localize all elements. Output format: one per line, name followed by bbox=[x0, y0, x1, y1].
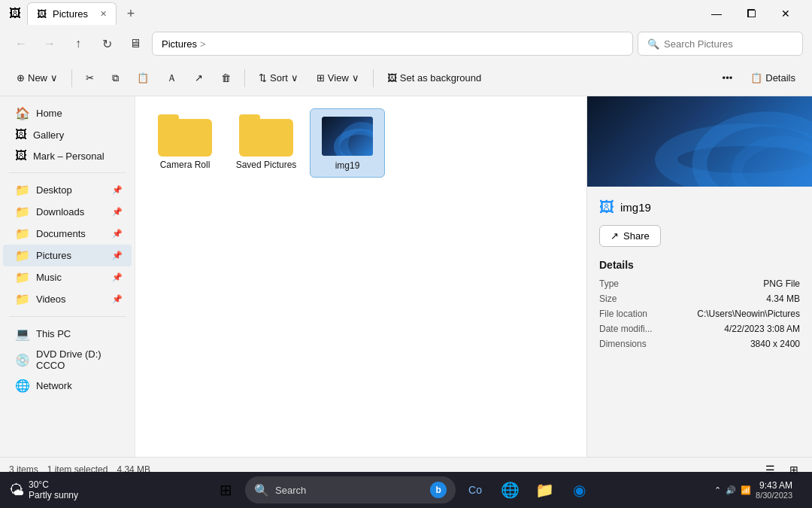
path-label: Pictures bbox=[162, 38, 197, 50]
tab-close-icon[interactable]: ✕ bbox=[100, 9, 107, 19]
dvd-label: DVD Drive (D:) CCCO bbox=[36, 348, 123, 371]
details-row: TypePNG File bbox=[599, 278, 800, 289]
taskbar-search-text: Search bbox=[275, 485, 424, 496]
sidebar-divider-2 bbox=[9, 316, 126, 317]
sidebar-pinned: 📁 Desktop 📌 📁 Downloads 📌 📁 Documents 📌 … bbox=[0, 179, 135, 310]
more-button[interactable]: ••• bbox=[715, 68, 741, 88]
location-icon: 🖥 bbox=[123, 32, 147, 56]
share-button[interactable]: ↗ bbox=[187, 68, 211, 88]
maximize-button[interactable]: ⧠ bbox=[734, 0, 768, 27]
weather-icon: 🌤 bbox=[9, 482, 24, 499]
sidebar-item-desktop[interactable]: 📁 Desktop 📌 bbox=[3, 179, 132, 201]
downloads-label: Downloads bbox=[36, 206, 106, 217]
details-row-label: Dimensions bbox=[599, 339, 647, 349]
details-label: Details bbox=[765, 72, 795, 84]
details-panel: 🖼 img19 ↗ Share Details TypePNG FileSize… bbox=[586, 96, 812, 457]
show-desktop-button[interactable] bbox=[797, 472, 803, 508]
sidebar-item-music[interactable]: 📁 Music 📌 bbox=[3, 266, 132, 288]
mark-personal-label: Mark – Personal bbox=[33, 151, 123, 162]
sidebar-item-home[interactable]: 🏠 Home bbox=[3, 102, 132, 124]
sidebar-item-gallery[interactable]: 🖼 Gallery bbox=[3, 124, 132, 145]
address-bar: ← → ↑ ↻ 🖥 Pictures > 🔍 bbox=[0, 27, 812, 60]
rename-button[interactable]: Ａ bbox=[159, 67, 184, 90]
taskbar-search[interactable]: 🔍 Search b bbox=[245, 476, 456, 503]
up-button[interactable]: ↑ bbox=[66, 32, 90, 56]
start-icon: ⊞ bbox=[220, 481, 232, 499]
copy-icon: ⧉ bbox=[112, 72, 119, 84]
weather-temp: 30°C bbox=[29, 479, 78, 490]
home-icon: 🏠 bbox=[15, 106, 30, 120]
clock-date: 8/30/2023 bbox=[756, 491, 792, 500]
new-icon: ⊕ bbox=[17, 72, 25, 84]
paste-button[interactable]: 📋 bbox=[129, 68, 156, 88]
details-row: Size4.34 MB bbox=[599, 294, 800, 304]
folder-icon-saved-pictures bbox=[239, 114, 293, 157]
copilot-button[interactable]: Co bbox=[460, 475, 490, 505]
taskbar-clock[interactable]: 9:43 AM 8/30/2023 bbox=[756, 480, 792, 500]
weather-desc: Partly sunny bbox=[29, 490, 78, 500]
set-bg-icon: 🖼 bbox=[387, 72, 397, 84]
new-label: New bbox=[28, 72, 47, 84]
details-row: Date modifi...4/22/2023 3:08 AM bbox=[599, 324, 800, 334]
new-button[interactable]: ⊕ New ∨ bbox=[9, 68, 65, 88]
address-path[interactable]: Pictures > bbox=[152, 32, 633, 56]
toolbar-separator-1 bbox=[71, 69, 72, 87]
sidebar-item-documents[interactable]: 📁 Documents 📌 bbox=[3, 223, 132, 245]
close-button[interactable]: ✕ bbox=[768, 0, 803, 27]
refresh-button[interactable]: ↻ bbox=[95, 32, 119, 56]
edge-button-2[interactable]: ◉ bbox=[564, 475, 594, 505]
sidebar-item-network[interactable]: 🌐 Network bbox=[3, 375, 132, 397]
paste-icon: 📋 bbox=[137, 72, 149, 84]
file-item-camera-roll[interactable]: Camera Roll bbox=[147, 108, 223, 178]
explorer-button[interactable]: 📁 bbox=[529, 475, 559, 505]
taskbar: 🌤 30°C Partly sunny ⊞ 🔍 Search b Co 🌐 📁 … bbox=[0, 472, 812, 508]
details-icon: 📋 bbox=[750, 72, 762, 84]
documents-icon: 📁 bbox=[15, 227, 30, 241]
new-chevron-icon: ∨ bbox=[50, 72, 58, 84]
desktop-label: Desktop bbox=[36, 184, 106, 196]
sidebar-item-downloads[interactable]: 📁 Downloads 📌 bbox=[3, 201, 132, 223]
system-tray-icon-1[interactable]: ⌃ bbox=[714, 485, 721, 495]
active-tab[interactable]: 🖼 Pictures ✕ bbox=[27, 2, 117, 25]
sidebar-item-mark-personal[interactable]: 🖼 Mark – Personal bbox=[3, 145, 132, 166]
file-item-saved-pictures[interactable]: Saved Pictures bbox=[229, 108, 304, 178]
minimize-button[interactable]: — bbox=[699, 0, 734, 27]
details-preview bbox=[587, 96, 812, 187]
details-button[interactable]: 📋 Details bbox=[743, 68, 803, 88]
view-label: View bbox=[328, 72, 349, 84]
sidebar-item-this-pc[interactable]: 💻 This PC bbox=[3, 323, 132, 345]
camera-roll-label: Camera Roll bbox=[160, 160, 211, 170]
taskbar-search-icon: 🔍 bbox=[254, 483, 269, 497]
search-box[interactable]: 🔍 bbox=[638, 32, 803, 56]
volume-icon[interactable]: 🔊 bbox=[726, 485, 736, 495]
delete-button[interactable]: 🗑 bbox=[214, 68, 238, 88]
cut-icon: ✂ bbox=[86, 72, 94, 84]
search-input[interactable] bbox=[664, 38, 793, 50]
details-share-button[interactable]: ↗ Share bbox=[599, 225, 661, 247]
set-background-button[interactable]: 🖼 Set as background bbox=[380, 68, 489, 88]
network-icon-taskbar[interactable]: 📶 bbox=[741, 485, 751, 495]
start-button[interactable]: ⊞ bbox=[211, 475, 241, 505]
sidebar-item-pictures[interactable]: 📁 Pictures 📌 bbox=[3, 245, 132, 266]
sidebar-item-videos[interactable]: 📁 Videos 📌 bbox=[3, 288, 132, 310]
sidebar-item-dvd[interactable]: 💿 DVD Drive (D:) CCCO bbox=[3, 345, 132, 375]
clock-time: 9:43 AM bbox=[756, 480, 792, 491]
edge-button[interactable]: 🌐 bbox=[495, 475, 525, 505]
view-button[interactable]: ⊞ View ∨ bbox=[309, 68, 367, 88]
back-button[interactable]: ← bbox=[9, 32, 33, 56]
new-tab-button[interactable]: + bbox=[120, 2, 142, 25]
details-row: File locationC:\Users\Neowin\Pictures bbox=[599, 309, 800, 319]
copy-button[interactable]: ⧉ bbox=[105, 68, 126, 89]
sort-label: Sort bbox=[270, 72, 288, 84]
mark-personal-icon: 🖼 bbox=[15, 149, 27, 163]
cut-button[interactable]: ✂ bbox=[78, 68, 102, 88]
taskbar-weather[interactable]: 🌤 30°C Partly sunny bbox=[9, 479, 78, 500]
window-controls: — ⧠ ✕ bbox=[699, 0, 803, 27]
sidebar-quick-access: 🏠 Home 🖼 Gallery 🖼 Mark – Personal bbox=[0, 102, 135, 166]
details-section-title: Details bbox=[599, 259, 800, 271]
home-label: Home bbox=[36, 108, 123, 119]
file-item-img19[interactable]: img19 bbox=[310, 108, 385, 178]
details-row-value: C:\Users\Neowin\Pictures bbox=[697, 309, 800, 319]
forward-button[interactable]: → bbox=[38, 32, 62, 56]
sort-button[interactable]: ⇅ Sort ∨ bbox=[251, 68, 306, 88]
